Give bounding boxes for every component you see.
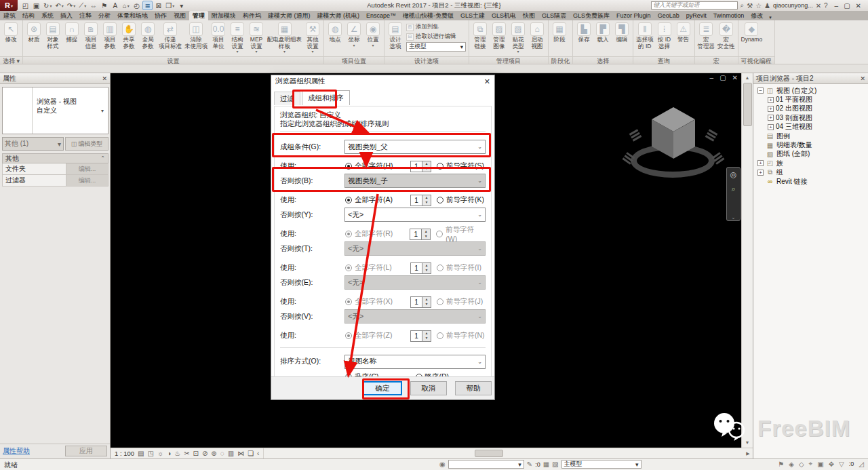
- tree-item[interactable]: ▦明细表/数量: [755, 140, 868, 149]
- panel-label-design-options[interactable]: 设计选项: [384, 56, 469, 64]
- decal-types-button[interactable]: ▧贴花类型▾: [509, 21, 528, 56]
- transfer-project-standards-button[interactable]: ⇄传递项目标准: [157, 21, 183, 56]
- tree-item[interactable]: ▧图纸 (全部): [755, 150, 868, 159]
- vertical-scrollbar[interactable]: ▲ ▼: [741, 73, 753, 448]
- ribbon-tab-GLS机电[interactable]: GLS机电: [488, 11, 519, 20]
- vertical-scroll-thumb[interactable]: [743, 83, 752, 126]
- ribbon-tab-pyRevit[interactable]: pyRevit: [683, 11, 710, 20]
- worksharing-display-icon[interactable]: ❏: [248, 450, 254, 457]
- undo-button[interactable]: ↶▾: [54, 1, 64, 10]
- spinner-arrows[interactable]: ▲▼: [422, 161, 431, 172]
- default-3d-view-button[interactable]: ⌂▾: [121, 1, 131, 10]
- customize-qat-button[interactable]: ▾: [176, 1, 186, 10]
- expand-viewbar-icon[interactable]: ‹: [257, 450, 259, 457]
- open-button[interactable]: ◰: [20, 1, 31, 10]
- resize-grip-icon[interactable]: ◿: [859, 461, 864, 468]
- sun-path-icon[interactable]: ☼: [157, 450, 163, 457]
- spinner-down-icon[interactable]: ▼: [422, 166, 431, 172]
- ribbon-tab-橄榄山快模-免费版[interactable]: 橄榄山快模-免费版: [399, 11, 457, 20]
- panel-label-inquiry[interactable]: 查询: [633, 56, 694, 64]
- ribbon-tab-视图[interactable]: 视图: [170, 11, 189, 20]
- viewcube[interactable]: [629, 102, 717, 187]
- ribbon-tab-Fuzor Plugin[interactable]: Fuzor Plugin: [613, 11, 654, 20]
- detail-level-icon[interactable]: ▤: [138, 450, 144, 457]
- position-button[interactable]: ◉位置▾: [363, 21, 382, 56]
- scroll-up-icon[interactable]: ▲: [745, 73, 750, 83]
- materials-button[interactable]: ⊛材质: [24, 21, 43, 56]
- view-restore-button[interactable]: ▢: [719, 74, 726, 81]
- mep-settings-button[interactable]: ≋MEP设置▾: [247, 21, 266, 56]
- drag-on-selection-icon[interactable]: ✥: [829, 461, 834, 468]
- tree-expand-icon[interactable]: +: [768, 106, 774, 112]
- spinner-arrows[interactable]: ▲▼: [422, 195, 431, 206]
- user-icon[interactable]: ♟: [764, 2, 770, 9]
- panel-label-settings[interactable]: 设置: [23, 56, 323, 64]
- ribbon-tab-结构[interactable]: 结构: [19, 11, 38, 20]
- all-characters-radio[interactable]: [345, 163, 352, 170]
- project-information-button[interactable]: 🗈项目信息: [81, 21, 100, 56]
- panel-label-select[interactable]: 选择 ▾: [0, 56, 22, 64]
- full-navigation-wheel-icon[interactable]: ◎: [730, 170, 737, 179]
- location-button[interactable]: ◍地点: [326, 21, 344, 56]
- tag-by-category-button[interactable]: ⚑: [99, 1, 109, 10]
- ribbon-tab-快图[interactable]: 快图: [519, 11, 538, 20]
- coordinates-button[interactable]: ∠坐标▾: [344, 21, 363, 56]
- panel-label-selection[interactable]: 选择: [573, 56, 633, 64]
- tab-overflow-arrow-icon[interactable]: ▾: [766, 15, 774, 20]
- horizontal-scroll-thumb[interactable]: [475, 450, 503, 457]
- snaps-button[interactable]: ∩捕捉: [62, 21, 81, 56]
- ribbon-tab-构件坞[interactable]: 构件坞: [239, 11, 264, 20]
- favorites-star-icon[interactable]: ☆: [755, 2, 762, 9]
- shared-parameters-button[interactable]: ✋共享参数: [119, 21, 138, 56]
- spinner-down-icon[interactable]: ▼: [422, 268, 431, 273]
- revit-application-menu[interactable]: R▾: [0, 0, 18, 11]
- visual-style-icon[interactable]: ◳: [148, 450, 154, 457]
- spinner-down-icon[interactable]: ▼: [422, 336, 431, 341]
- edit-selection-button[interactable]: ▜编辑: [612, 21, 631, 56]
- all-characters-radio[interactable]: [345, 197, 352, 203]
- horizontal-scrollbar[interactable]: ▶: [263, 448, 753, 458]
- rendering-dialog-icon[interactable]: ♨: [174, 450, 180, 457]
- ids-of-selection-button[interactable]: ⦀选择项的 ID: [635, 21, 655, 56]
- save-button[interactable]: ▣: [31, 1, 41, 10]
- view-minimize-button[interactable]: –: [710, 74, 714, 81]
- spinner-down-icon[interactable]: ▼: [422, 234, 430, 239]
- active-workset-combo[interactable]: ▾: [448, 460, 524, 469]
- edit-type-button[interactable]: ◫ 编辑类型: [65, 137, 108, 151]
- show-constraints-icon[interactable]: ⋈: [237, 450, 244, 457]
- worksets-icon[interactable]: ◉: [439, 461, 446, 468]
- panel-label-project-location[interactable]: 项目位置: [324, 56, 384, 64]
- text-button[interactable]: A: [110, 1, 120, 10]
- add-to-set-button[interactable]: ⊞添加到集: [406, 23, 466, 31]
- spinner-arrows[interactable]: ▲▼: [422, 296, 431, 308]
- ribbon-tab-系统[interactable]: 系统: [38, 11, 57, 20]
- type-selector-arrow-icon[interactable]: ▾: [101, 87, 108, 134]
- then-by-b-combo[interactable]: 视图类别_子⌄: [344, 174, 486, 188]
- spinner-up-icon[interactable]: ▲: [422, 195, 431, 201]
- close-button[interactable]: ✕: [856, 2, 861, 9]
- search-binoculars-icon[interactable]: ⌕: [741, 1, 745, 9]
- project-browser-close-icon[interactable]: ✕: [860, 75, 865, 82]
- tree-item[interactable]: −◫视图 (自定义): [755, 86, 868, 95]
- ribbon-tab-分析[interactable]: 分析: [95, 11, 114, 20]
- restore-button[interactable]: ▢: [844, 2, 850, 9]
- infocenter-search-input[interactable]: 键入关键字或短语: [651, 1, 738, 9]
- group-by-combo[interactable]: 视图类别_父⌄: [344, 140, 486, 154]
- design-option-icon-1[interactable]: ▦: [543, 461, 549, 468]
- ribbon-tab-管理[interactable]: 管理: [189, 11, 208, 20]
- view-scale[interactable]: 1 : 100: [115, 450, 134, 457]
- apply-button[interactable]: 应用: [65, 446, 107, 456]
- section-collapse-icon[interactable]: ⌃: [100, 155, 105, 161]
- select-by-face-icon[interactable]: ▣: [817, 461, 823, 468]
- spinner-down-icon[interactable]: ▼: [422, 302, 431, 307]
- ribbon-tab-建模大师 (通用)[interactable]: 建模大师 (通用): [264, 11, 314, 20]
- signed-in-user[interactable]: qiaocunyong...: [773, 2, 813, 9]
- manage-images-button[interactable]: ▨管理图像: [490, 21, 509, 56]
- ribbon-tab-GLS土建[interactable]: GLS土建: [457, 11, 488, 20]
- sync-with-central-button[interactable]: ↻▾: [42, 1, 53, 10]
- spinner-up-icon[interactable]: ▲: [422, 263, 431, 269]
- spinner-up-icon[interactable]: ▲: [422, 161, 431, 167]
- spinner-arrows[interactable]: ▲▼: [422, 262, 431, 274]
- tree-expand-icon[interactable]: +: [768, 124, 774, 130]
- save-selection-button[interactable]: ▙保存: [574, 21, 593, 56]
